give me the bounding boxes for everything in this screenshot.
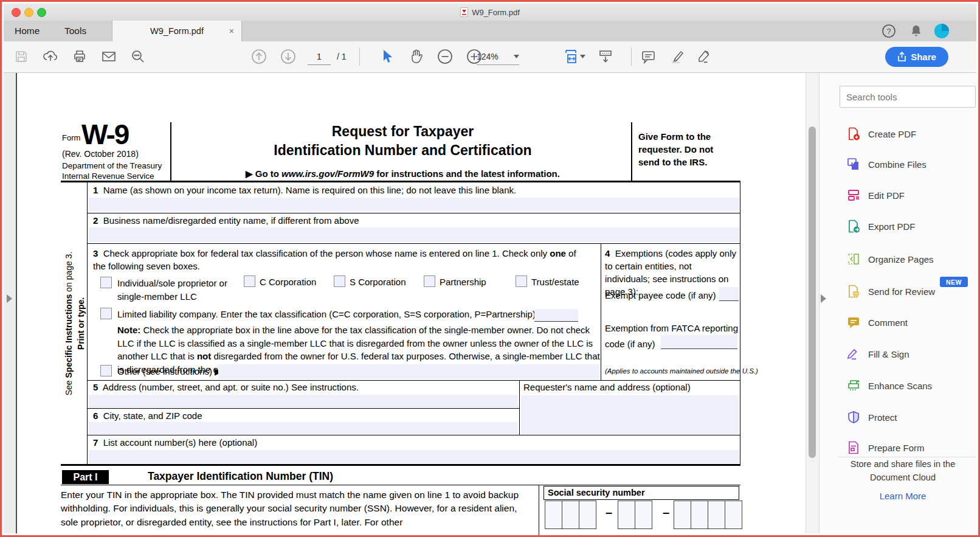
share-icon [897, 52, 906, 62]
tool-protect[interactable]: Protect [847, 407, 976, 428]
tool-label: Fill & Sign [868, 349, 909, 359]
requester-label: Requester's name and address (optional) [523, 382, 691, 392]
tool-enhance-scans[interactable]: Enhance Scans [847, 375, 976, 396]
share-button[interactable]: Share [885, 47, 948, 67]
header-divider-left [170, 122, 171, 182]
checkbox-other[interactable] [100, 365, 112, 376]
help-button[interactable]: ? [881, 23, 897, 39]
search-tools-input[interactable] [840, 86, 976, 108]
tool-label: Protect [868, 412, 897, 423]
tool-label: Edit PDF [868, 190, 905, 201]
form-number: W-9 [81, 120, 128, 148]
print-icon[interactable] [69, 46, 91, 68]
tool-comment[interactable]: Comment [847, 312, 976, 333]
page-number-input[interactable]: 1 [308, 49, 331, 65]
learn-more-link[interactable]: Learn More [827, 491, 978, 501]
edit-pdf-icon [847, 189, 860, 202]
tab-document-label: W9_Form.pdf [150, 26, 204, 36]
option-c-corp-label: C Corporation [260, 277, 316, 287]
tool-label: Send for Review [868, 286, 935, 297]
ssn-group-2[interactable] [618, 501, 652, 529]
select-tool-icon[interactable] [376, 46, 398, 68]
tool-edit-pdf[interactable]: Edit PDF [847, 185, 976, 206]
tab-document[interactable]: W9_Form.pdf × [112, 21, 242, 41]
scrollbar-thumb[interactable] [809, 126, 816, 458]
save-icon[interactable] [10, 46, 32, 68]
organize-pages-icon [847, 252, 860, 266]
fit-width-icon[interactable] [560, 46, 582, 68]
toolbar-divider [359, 47, 360, 66]
address-field[interactable] [88, 395, 518, 407]
zoom-level-dropdown[interactable]: 124% [477, 49, 519, 65]
pdf-file-icon [460, 7, 468, 17]
ssn-group-1[interactable] [545, 501, 596, 529]
toolbar-divider [631, 47, 632, 66]
tool-combine-files[interactable]: Combine Files [847, 154, 976, 175]
tab-tools[interactable]: Tools [56, 21, 95, 41]
tool-create-pdf[interactable]: Create PDF [847, 123, 976, 144]
print-or-type-sidebar: See Specific Instructions on page 3. Pri… [62, 184, 88, 463]
user-avatar[interactable] [934, 23, 950, 39]
collapse-tools-panel-arrow[interactable] [821, 294, 826, 303]
app-window: { "window": { "title": "W9_Form.pdf" }, … [0, 0, 980, 537]
option-s-corp-label: S Corporation [350, 277, 406, 287]
comment-tool-icon[interactable] [637, 46, 659, 68]
next-page-icon[interactable] [277, 46, 299, 68]
search-document-icon[interactable] [127, 46, 149, 68]
tool-fill-sign[interactable]: Fill & Sign [847, 344, 976, 364]
tool-organize-pages[interactable]: Organize Pages [847, 249, 976, 269]
page-scrolling-icon[interactable] [595, 46, 616, 68]
checkbox-partnership[interactable] [424, 275, 435, 287]
main-toolbar: 1 / 1 124% Share [4, 41, 976, 73]
tab-home[interactable]: Home [6, 21, 48, 41]
close-tab-icon[interactable]: × [229, 26, 234, 36]
zoom-out-icon[interactable] [434, 46, 456, 68]
zoom-window-button[interactable] [37, 8, 46, 17]
thick-rule [61, 464, 740, 466]
hand-tool-icon[interactable] [405, 46, 427, 68]
title-bar: W9_Form.pdf [4, 4, 976, 21]
combine-files-icon [847, 158, 860, 171]
business-name-field[interactable] [88, 227, 739, 242]
previous-page-icon[interactable] [248, 46, 270, 68]
notifications-bell-icon[interactable] [908, 23, 924, 39]
exempt-payee-label: Exempt payee code (if any) [605, 290, 716, 300]
fatca-code-field[interactable] [661, 335, 737, 349]
email-icon[interactable] [98, 46, 120, 68]
checkbox-llc[interactable] [100, 308, 112, 319]
other-field[interactable] [218, 364, 600, 379]
fill-sign-tool-icon[interactable] [693, 46, 715, 68]
minimize-window-button[interactable] [24, 8, 33, 17]
ssn-group-3[interactable] [674, 501, 742, 529]
checkbox-individual[interactable] [100, 277, 112, 288]
fit-options-chevron-icon[interactable] [580, 55, 585, 58]
checkbox-trust-estate[interactable] [516, 275, 527, 287]
expand-left-panel-arrow[interactable] [7, 294, 12, 303]
tool-prepare-form[interactable]: Prepare Form [847, 437, 976, 458]
share-button-label: Share [911, 52, 936, 62]
irs-url: www.irs.gov/FormW9 [281, 168, 374, 179]
highlight-tool-icon[interactable] [666, 46, 688, 68]
applies-note: (Applies to accounts maintained outside … [605, 367, 758, 375]
tool-label: Organize Pages [868, 254, 934, 265]
city-state-zip-field[interactable] [88, 422, 518, 434]
account-numbers-field[interactable] [88, 450, 739, 463]
tool-export-pdf[interactable]: Export PDF [847, 216, 976, 237]
rule [539, 485, 539, 537]
requester-field[interactable] [521, 395, 739, 434]
name-field[interactable] [88, 198, 739, 212]
exempt-payee-field[interactable] [719, 287, 739, 301]
tool-label: Prepare Form [868, 443, 925, 453]
ssn-dash: – [606, 505, 612, 519]
window-title: W9_Form.pdf [472, 8, 520, 17]
rule [87, 243, 740, 244]
document-cloud-text-line1: Store and share files in the [827, 459, 978, 469]
form-title: Request for TaxpayerIdentification Numbe… [176, 122, 629, 160]
close-window-button[interactable] [12, 8, 21, 17]
document-cloud-text-line2: Document Cloud [827, 473, 978, 482]
llc-classification-field[interactable] [534, 309, 578, 322]
option-partnership-label: Partnership [440, 277, 486, 287]
checkbox-c-corporation[interactable] [244, 275, 255, 287]
upload-cloud-icon[interactable] [40, 46, 61, 68]
checkbox-s-corporation[interactable] [334, 275, 345, 287]
